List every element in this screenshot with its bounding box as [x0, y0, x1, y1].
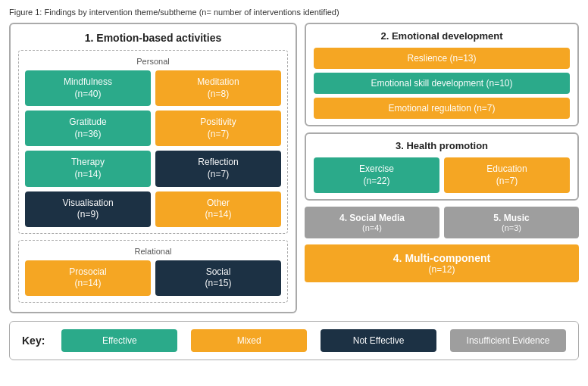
music-title: 5. Music [450, 213, 573, 223]
social-media-box: 4. Social Media (n=4) [305, 207, 439, 238]
key-mixed-swatch: Mixed [191, 329, 307, 352]
key-effective-swatch: Effective [61, 329, 177, 352]
social-music-row: 4. Social Media (n=4) 5. Music (n=3) [305, 207, 579, 238]
left-panel-title: 1. Emotion-based activities [18, 32, 288, 44]
tag-other: Other(n=14) [155, 191, 281, 227]
key-insufficient-swatch: Insufficient Evidence [450, 329, 566, 352]
tag-emotional-reg: Emotional regulation (n=7) [314, 98, 570, 119]
music-sub: (n=3) [450, 223, 573, 232]
key-not-effective: Not Effective [321, 329, 436, 352]
tag-exercise: Exercise(n=22) [314, 157, 439, 193]
music-box: 5. Music (n=3) [444, 207, 579, 238]
key-not-effective-swatch: Not Effective [321, 329, 436, 352]
health-promo-box: 3. Health promotion Exercise(n=22) Educa… [305, 132, 579, 201]
key-mixed: Mixed [191, 329, 307, 352]
key-effective: Effective [61, 329, 177, 352]
multi-component-box: 4. Multi-component (n=12) [305, 244, 579, 282]
figure-title: Figure 1: Findings by intervention theme… [9, 8, 579, 17]
tag-social: Social(n=15) [155, 260, 281, 296]
tag-therapy: Therapy(n=14) [25, 151, 151, 186]
tag-emotional-skill: Emotional skill development (n=10) [314, 73, 570, 94]
emotional-dev-box: 2. Emotional development Reslience (n=13… [305, 23, 579, 126]
health-promo-grid: Exercise(n=22) Education(n=7) [314, 157, 570, 193]
multi-component-sub: (n=12) [312, 264, 571, 275]
social-media-sub: (n=4) [311, 223, 433, 232]
relational-label: Relational [25, 247, 281, 256]
tag-positivity: Positivity(n=7) [155, 111, 281, 146]
emotional-dev-title: 2. Emotional development [314, 30, 570, 42]
relational-grid: Prosocial(n=14) Social(n=15) [25, 260, 281, 296]
main-content: 1. Emotion-based activities Personal Min… [9, 23, 579, 313]
left-panel: 1. Emotion-based activities Personal Min… [9, 23, 297, 313]
emotional-dev-items: Reslience (n=13) Emotional skill develop… [314, 48, 570, 119]
multi-component-title: 4. Multi-component [312, 252, 571, 264]
tag-meditation: Meditation(n=8) [155, 70, 281, 106]
health-promo-title: 3. Health promotion [314, 140, 570, 151]
tag-prosocial: Prosocial(n=14) [25, 260, 151, 296]
tag-gratitude: Gratitude(n=36) [25, 111, 151, 146]
personal-label: Personal [25, 57, 281, 66]
personal-grid: Mindfulness(n=40) Meditation(n=8) Gratit… [25, 70, 281, 227]
tag-resilience: Reslience (n=13) [314, 48, 570, 69]
personal-section: Personal Mindfulness(n=40) Meditation(n=… [18, 50, 288, 234]
key-label: Key: [22, 335, 45, 347]
key-insufficient: Insufficient Evidence [450, 329, 566, 352]
social-media-title: 4. Social Media [311, 213, 433, 223]
tag-visualisation: Visualisation(n=9) [25, 191, 151, 227]
right-panel: 2. Emotional development Reslience (n=13… [305, 23, 579, 313]
tag-mindfulness: Mindfulness(n=40) [25, 70, 151, 106]
tag-reflection: Reflection(n=7) [155, 151, 281, 186]
tag-education: Education(n=7) [444, 157, 570, 193]
relational-section: Relational Prosocial(n=14) Social(n=15) [18, 240, 288, 303]
key-row: Key: Effective Mixed Not Effective Insuf… [9, 321, 579, 360]
